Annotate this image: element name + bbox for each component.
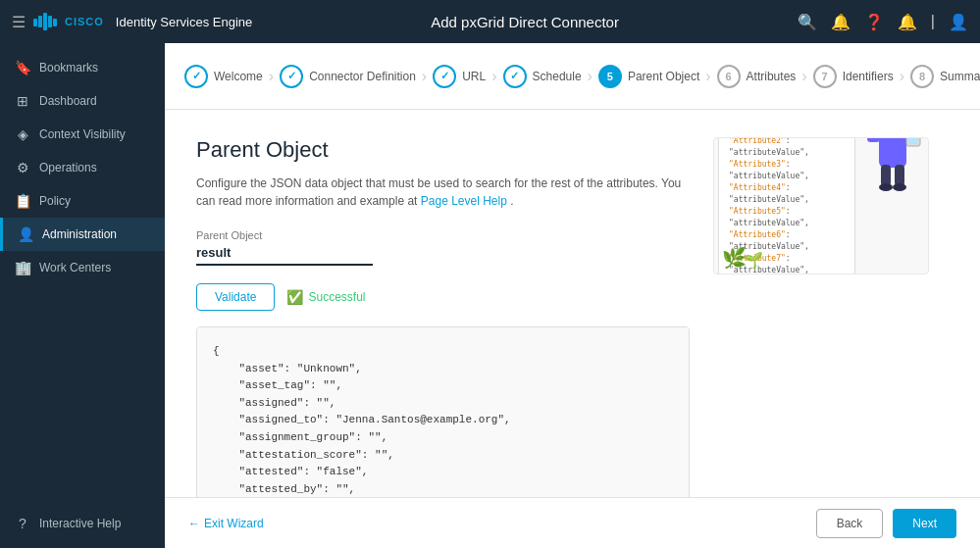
top-nav-actions: 🔍 🔔 ❓ 🔔 | 👤 bbox=[798, 13, 968, 31]
parent-object-label: Parent Object bbox=[196, 229, 690, 241]
success-badge: ✅ Successful bbox=[286, 289, 365, 305]
divider-4: › bbox=[588, 68, 593, 85]
step-label-parent: Parent Object bbox=[628, 70, 699, 83]
user-icon[interactable]: 👤 bbox=[949, 13, 968, 31]
wizard-steps-bar: ✓ Welcome › ✓ Connector Definition › ✓ U… bbox=[165, 43, 980, 110]
svg-rect-0 bbox=[33, 19, 37, 26]
svg-rect-7 bbox=[879, 137, 906, 168]
app-title: Identity Services Engine bbox=[116, 15, 252, 29]
page-title: Parent Object bbox=[196, 137, 690, 163]
step-label-connector: Connector Definition bbox=[309, 70, 416, 83]
step-parent-object[interactable]: 5 Parent Object bbox=[598, 65, 699, 88]
menu-icon[interactable]: ☰ bbox=[12, 13, 26, 31]
page-level-help-link[interactable]: Page Level Help bbox=[421, 194, 507, 208]
wizard-left-panel: Parent Object Configure the JSON data ob… bbox=[196, 137, 690, 477]
validate-button[interactable]: Validate bbox=[196, 283, 275, 311]
sidebar-item-work-centers[interactable]: 🏢 Work Centers bbox=[0, 251, 165, 284]
step-label-identifiers: Identifiers bbox=[843, 70, 894, 83]
interactive-help-icon: ? bbox=[14, 516, 31, 531]
sidebar-item-interactive-help[interactable]: ? Interactive Help bbox=[0, 507, 165, 540]
wizard-right-panel: "Parent_Object1": { "Attribute1": "attri… bbox=[713, 137, 949, 477]
alert-icon[interactable]: 🔔 bbox=[898, 13, 917, 31]
svg-rect-1 bbox=[38, 16, 42, 27]
step-circle-identifiers: 7 bbox=[813, 65, 837, 88]
step-circle-schedule: ✓ bbox=[503, 65, 527, 88]
work-centers-icon: 🏢 bbox=[14, 260, 31, 275]
svg-rect-8 bbox=[867, 137, 880, 142]
sidebar-item-dashboard[interactable]: ⊞ Dashboard bbox=[0, 84, 165, 118]
sidebar-item-administration[interactable]: 👤 Administration bbox=[0, 218, 165, 251]
svg-rect-3 bbox=[48, 16, 52, 27]
sidebar-item-label: Dashboard bbox=[39, 94, 97, 108]
plant-decoration-right: 🌱 bbox=[744, 251, 763, 270]
code-block[interactable]: { "asset": "Unknown", "asset_tag": "", "… bbox=[196, 326, 690, 497]
description-dot: . bbox=[510, 194, 513, 208]
step-label-url: URL bbox=[462, 70, 486, 83]
sidebar-item-bookmarks[interactable]: 🔖 Bookmarks bbox=[0, 51, 165, 84]
sidebar-item-label: Interactive Help bbox=[39, 517, 121, 530]
next-button[interactable]: Next bbox=[893, 509, 956, 538]
exit-wizard-label: Exit Wizard bbox=[204, 517, 264, 530]
step-circle-welcome: ✓ bbox=[184, 65, 208, 88]
sidebar-item-policy[interactable]: 📋 Policy bbox=[0, 184, 165, 218]
footer-buttons: Back Next bbox=[816, 509, 956, 538]
bookmarks-icon: 🔖 bbox=[14, 60, 31, 75]
search-icon[interactable]: 🔍 bbox=[798, 13, 817, 31]
step-summary[interactable]: 8 Summary bbox=[910, 65, 980, 88]
divider-1: › bbox=[269, 68, 274, 85]
svg-rect-12 bbox=[881, 165, 891, 186]
person-illustration bbox=[861, 137, 924, 219]
validate-row: Validate ✅ Successful bbox=[196, 283, 690, 311]
illustration: "Parent_Object1": { "Attribute1": "attri… bbox=[713, 137, 929, 274]
divider-7: › bbox=[900, 68, 904, 85]
step-attributes[interactable]: 6 Attributes bbox=[717, 65, 797, 88]
divider-2: › bbox=[422, 68, 427, 85]
step-welcome[interactable]: ✓ Welcome bbox=[184, 65, 263, 88]
step-label-summary: Summary bbox=[940, 70, 980, 83]
svg-point-14 bbox=[879, 183, 893, 191]
step-label-schedule: Schedule bbox=[533, 70, 582, 83]
cisco-text: CISCO bbox=[65, 16, 104, 27]
step-circle-url: ✓ bbox=[433, 65, 456, 88]
step-identifiers[interactable]: 7 Identifiers bbox=[813, 65, 894, 88]
success-text: Successful bbox=[308, 290, 365, 304]
dashboard-icon: ⊞ bbox=[14, 93, 31, 109]
parent-object-value: result bbox=[196, 245, 373, 266]
sidebar-item-operations[interactable]: ⚙ Operations bbox=[0, 151, 165, 184]
wizard-footer: ← Exit Wizard Back Next bbox=[165, 497, 980, 548]
step-circle-connector: ✓ bbox=[280, 65, 303, 88]
cisco-logo-svg bbox=[33, 13, 61, 30]
exit-wizard-link[interactable]: ← Exit Wizard bbox=[188, 517, 264, 530]
step-circle-attributes: 6 bbox=[717, 65, 741, 88]
step-label-attributes: Attributes bbox=[747, 70, 797, 83]
svg-rect-2 bbox=[43, 13, 47, 30]
content-area: ✓ Welcome › ✓ Connector Definition › ✓ U… bbox=[165, 43, 980, 548]
step-schedule[interactable]: ✓ Schedule bbox=[503, 65, 582, 88]
sidebar-item-label: Work Centers bbox=[39, 261, 111, 274]
sidebar-item-label: Policy bbox=[39, 194, 71, 208]
policy-icon: 📋 bbox=[14, 193, 31, 209]
success-icon: ✅ bbox=[286, 289, 303, 305]
help-icon[interactable]: ❓ bbox=[864, 13, 884, 31]
exit-arrow-icon: ← bbox=[188, 517, 200, 530]
sidebar-item-label: Administration bbox=[42, 227, 117, 241]
bell-icon[interactable]: 🔔 bbox=[831, 13, 851, 31]
divider-5: › bbox=[705, 68, 710, 85]
step-connector-definition[interactable]: ✓ Connector Definition bbox=[280, 65, 416, 88]
sidebar-item-context-visibility[interactable]: ◈ Context Visibility bbox=[0, 118, 165, 151]
operations-icon: ⚙ bbox=[14, 160, 31, 175]
step-label-welcome: Welcome bbox=[214, 70, 263, 83]
sidebar-item-label: Operations bbox=[39, 161, 97, 174]
step-url[interactable]: ✓ URL bbox=[433, 65, 486, 88]
context-visibility-icon: ◈ bbox=[14, 126, 31, 142]
administration-icon: 👤 bbox=[17, 226, 34, 242]
svg-point-15 bbox=[893, 183, 906, 191]
back-button[interactable]: Back bbox=[816, 509, 884, 538]
step-circle-parent: 5 bbox=[598, 65, 622, 88]
cisco-logo: CISCO bbox=[33, 13, 104, 30]
svg-rect-4 bbox=[53, 19, 57, 26]
wizard-body: Parent Object Configure the JSON data ob… bbox=[165, 110, 980, 497]
svg-rect-11 bbox=[908, 137, 918, 144]
divider-6: › bbox=[801, 68, 806, 85]
step-circle-summary: 8 bbox=[910, 65, 934, 88]
